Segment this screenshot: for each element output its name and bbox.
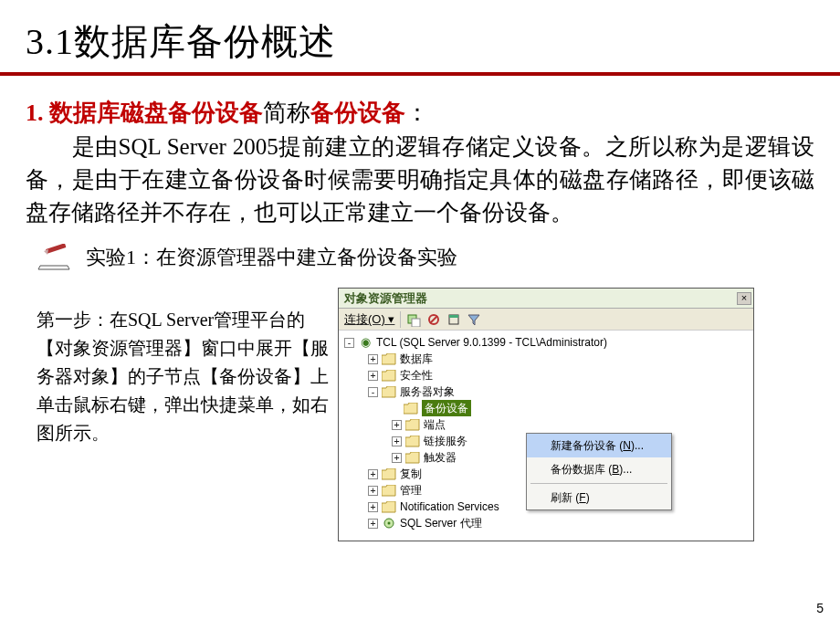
lead-line: 1. 数据库磁盘备份设备简称备份设备： bbox=[26, 96, 814, 131]
svg-marker-18 bbox=[382, 485, 395, 496]
ctx-item3-u: F bbox=[579, 491, 585, 504]
expand-icon[interactable]: + bbox=[368, 519, 378, 529]
step-text: 第一步：在SQL Server管理平台的【对象资源管理器】窗口中展开【服务器对象… bbox=[37, 288, 329, 541]
collapse-icon[interactable]: - bbox=[368, 387, 378, 397]
tree-label-trigger: 触发器 bbox=[424, 449, 457, 466]
tree-label-backup-device: 备份设备 bbox=[422, 400, 471, 416]
tree-label-management: 管理 bbox=[400, 482, 422, 499]
disconnect-icon[interactable] bbox=[426, 312, 441, 327]
folder-icon bbox=[404, 403, 418, 415]
ctx-separator bbox=[530, 483, 667, 484]
tree-node-database[interactable]: + 数据库 bbox=[342, 351, 751, 367]
folder-icon bbox=[382, 370, 396, 382]
experiment-label: 实验1：在资源管理器中建立备份设备实验 bbox=[86, 244, 457, 271]
folder-icon bbox=[382, 468, 396, 480]
tree-label-endpoint: 端点 bbox=[424, 416, 446, 433]
context-menu: 新建备份设备 (N)... 备份数据库 (B)... 刷新 (F) bbox=[526, 433, 672, 510]
ctx-refresh[interactable]: 刷新 (F) bbox=[527, 486, 671, 509]
expand-icon[interactable]: + bbox=[368, 469, 378, 479]
ctx-backup-database[interactable]: 备份数据库 (B)... bbox=[527, 457, 671, 481]
server-icon: ◉ bbox=[358, 335, 373, 350]
panel-close-button[interactable]: × bbox=[737, 292, 751, 305]
svg-rect-8 bbox=[449, 315, 458, 318]
svg-marker-14 bbox=[405, 419, 419, 430]
svg-rect-4 bbox=[412, 319, 420, 327]
tree-root-label: TCL (SQL Server 9.0.1399 - TCL\Administr… bbox=[376, 334, 607, 351]
svg-marker-15 bbox=[405, 436, 419, 446]
folder-icon bbox=[382, 353, 396, 365]
note-icon bbox=[37, 244, 73, 271]
expand-icon[interactable]: + bbox=[392, 453, 402, 463]
connect-button[interactable]: 连接(O) ▾ bbox=[344, 311, 394, 328]
object-tree[interactable]: - ◉ TCL (SQL Server 9.0.1399 - TCL\Admin… bbox=[339, 331, 753, 541]
folder-icon bbox=[405, 419, 420, 431]
paragraph: 是由SQL Server 2005提前建立的逻辑存储定义设备。之所以称为是逻辑设… bbox=[26, 131, 814, 230]
svg-marker-16 bbox=[405, 452, 419, 463]
svg-marker-9 bbox=[468, 315, 479, 325]
tree-label-server-obj: 服务器对象 bbox=[400, 383, 455, 400]
tree-label-database: 数据库 bbox=[400, 351, 433, 367]
title-divider bbox=[0, 72, 840, 76]
panel-titlebar: 对象资源管理器 × bbox=[339, 289, 753, 309]
lead-colon: ： bbox=[405, 100, 429, 126]
ctx-item1-u: N bbox=[623, 439, 631, 452]
svg-rect-1 bbox=[46, 244, 66, 254]
refresh-icon[interactable] bbox=[446, 312, 461, 327]
tree-node-agent[interactable]: + SQL Server 代理 bbox=[342, 515, 751, 531]
ctx-item1-post: )... bbox=[631, 439, 644, 452]
folder-icon bbox=[405, 452, 420, 464]
tree-label-replication: 复制 bbox=[400, 466, 422, 482]
expand-icon[interactable]: + bbox=[392, 436, 402, 446]
tree-label-notification: Notification Services bbox=[400, 499, 499, 515]
lead-term-1: 数据库磁盘备份设备 bbox=[49, 100, 263, 126]
lead-term-2: 备份设备 bbox=[310, 100, 405, 126]
collapse-icon[interactable]: - bbox=[344, 338, 354, 348]
svg-marker-12 bbox=[382, 386, 395, 397]
svg-marker-11 bbox=[382, 370, 395, 381]
filter-icon[interactable] bbox=[467, 312, 481, 327]
svg-marker-13 bbox=[404, 403, 417, 414]
svg-marker-0 bbox=[38, 266, 69, 269]
ctx-item1-pre: 新建备份设备 ( bbox=[551, 439, 623, 452]
ctx-item3-post: ) bbox=[586, 491, 590, 504]
svg-marker-19 bbox=[382, 501, 395, 512]
toolbar-separator bbox=[400, 311, 401, 328]
ctx-item2-post: )... bbox=[619, 463, 632, 476]
folder-icon bbox=[382, 485, 396, 497]
folder-icon bbox=[382, 501, 396, 513]
slide-title: 3.1数据库备份概述 bbox=[0, 0, 840, 72]
svg-line-6 bbox=[430, 316, 437, 323]
agent-icon bbox=[382, 516, 396, 530]
tree-node-security[interactable]: + 安全性 bbox=[342, 367, 751, 383]
tree-label-agent: SQL Server 代理 bbox=[400, 515, 482, 531]
tree-node-backup-device[interactable]: 备份设备 bbox=[342, 400, 751, 416]
expand-icon[interactable]: + bbox=[368, 486, 378, 496]
paragraph-text: 是由SQL Server 2005提前建立的逻辑存储定义设备。之所以称为是逻辑设… bbox=[26, 134, 814, 226]
ctx-item3-pre: 刷新 ( bbox=[551, 491, 579, 504]
tree-node-endpoint[interactable]: + 端点 bbox=[342, 416, 751, 433]
folder-icon bbox=[382, 386, 396, 398]
svg-point-21 bbox=[388, 522, 391, 525]
lead-number: 1. bbox=[26, 100, 49, 126]
ctx-new-backup-device[interactable]: 新建备份设备 (N)... bbox=[527, 434, 671, 457]
expand-icon[interactable]: + bbox=[392, 420, 402, 430]
svg-marker-10 bbox=[382, 353, 395, 364]
tree-label-security: 安全性 bbox=[400, 367, 433, 383]
svg-marker-17 bbox=[382, 468, 395, 479]
expand-icon[interactable]: + bbox=[368, 371, 378, 381]
ctx-item2-pre: 备份数据库 ( bbox=[551, 463, 612, 476]
lead-mid: 简称 bbox=[263, 100, 310, 126]
expand-icon[interactable]: + bbox=[368, 354, 378, 364]
panel-title: 对象资源管理器 bbox=[344, 290, 737, 307]
expand-icon[interactable]: + bbox=[368, 502, 378, 512]
tree-node-server-objects[interactable]: - 服务器对象 bbox=[342, 383, 751, 400]
page-number: 5 bbox=[816, 601, 824, 615]
tree-node-root[interactable]: - ◉ TCL (SQL Server 9.0.1399 - TCL\Admin… bbox=[342, 334, 751, 351]
object-explorer-panel: 对象资源管理器 × 连接(O) ▾ - ◉ TCL (SQL Server 9.… bbox=[338, 288, 754, 541]
panel-toolbar: 连接(O) ▾ bbox=[339, 309, 753, 331]
folder-icon bbox=[405, 436, 420, 447]
connect-icon[interactable] bbox=[406, 312, 421, 327]
tree-label-linked-srv: 链接服务 bbox=[424, 433, 467, 449]
